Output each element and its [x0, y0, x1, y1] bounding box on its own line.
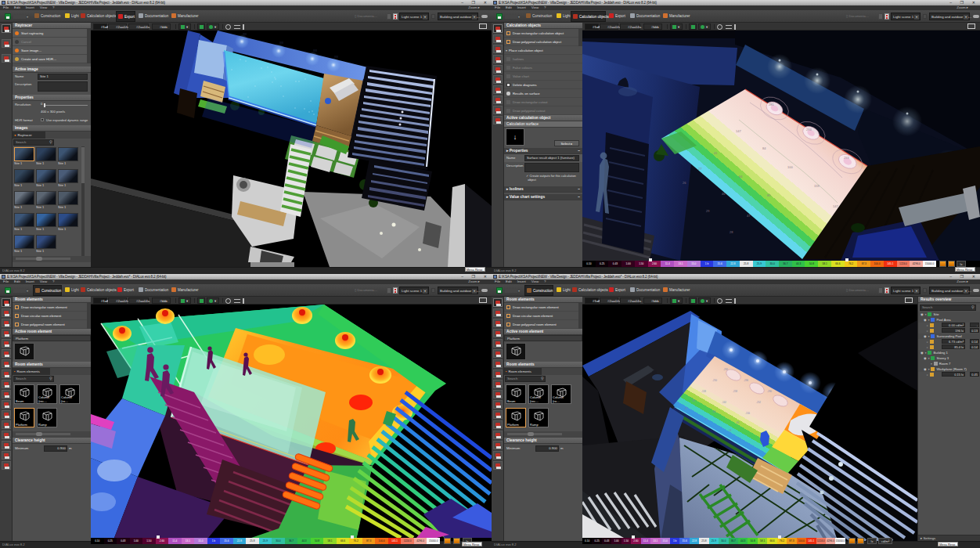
svg-text:29: 29 — [706, 209, 710, 213]
svg-text:26: 26 — [683, 181, 686, 185]
svg-text:147: 147 — [736, 129, 741, 133]
svg-text:-44: -44 — [728, 429, 732, 432]
svg-text:28: 28 — [730, 230, 733, 234]
svg-text:-252: -252 — [756, 401, 761, 404]
svg-text:-45: -45 — [684, 407, 688, 410]
svg-text:84: 84 — [739, 175, 743, 178]
svg-text:-156: -156 — [745, 412, 750, 415]
svg-text:293: 293 — [806, 128, 812, 132]
svg-text:-250: -250 — [712, 379, 717, 382]
svg-text:27: 27 — [698, 167, 702, 171]
svg-text:-292: -292 — [723, 368, 728, 371]
svg-text:281: 281 — [769, 103, 774, 106]
svg-text:41: 41 — [714, 151, 718, 155]
svg-text:-162: -162 — [722, 401, 726, 404]
svg-text:100: 100 — [787, 165, 793, 169]
svg-text:-88: -88 — [692, 399, 696, 402]
svg-text:147: 147 — [833, 204, 838, 208]
svg-text:-47: -47 — [704, 418, 708, 421]
svg-text:84: 84 — [762, 146, 766, 150]
svg-text:47: 47 — [747, 214, 751, 218]
svg-text:-86: -86 — [736, 421, 740, 424]
svg-text:46: 46 — [722, 192, 726, 196]
svg-text:-158: -158 — [701, 390, 706, 393]
svg-text:-84: -84 — [712, 410, 716, 413]
svg-text:159: 159 — [814, 184, 820, 188]
svg-text:293: 293 — [844, 156, 849, 160]
svg-text:-258: -258 — [733, 390, 737, 393]
svg-text:-290: -290 — [767, 390, 772, 393]
svg-text:-296: -296 — [744, 379, 748, 382]
svg-text:80: 80 — [767, 193, 771, 197]
